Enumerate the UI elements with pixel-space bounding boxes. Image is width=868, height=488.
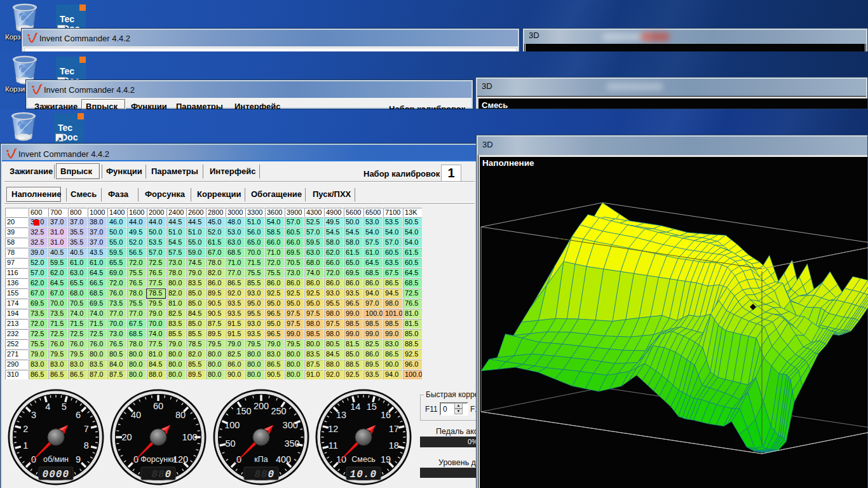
- svg-text:Форсунки: Форсунки: [140, 455, 175, 464]
- svg-text:об/мин: об/мин: [43, 455, 69, 464]
- svg-text:5: 5: [62, 402, 67, 412]
- svg-text:12: 12: [328, 424, 338, 434]
- svg-text:4: 4: [45, 402, 50, 412]
- svg-text:300: 300: [283, 420, 298, 430]
- svg-text:0: 0: [268, 469, 275, 480]
- svg-text:14: 14: [350, 402, 360, 412]
- svg-text:2: 2: [23, 424, 28, 434]
- svg-text:9: 9: [76, 454, 81, 464]
- svg-text:0: 0: [165, 469, 172, 480]
- svg-text:13: 13: [336, 410, 346, 420]
- svg-text:19: 19: [381, 454, 391, 464]
- svg-text:100: 100: [224, 420, 240, 430]
- svg-text:8: 8: [84, 440, 89, 451]
- svg-text:100: 100: [182, 432, 197, 442]
- svg-text:1: 1: [23, 440, 28, 451]
- svg-text:50: 50: [225, 438, 235, 449]
- svg-text:3: 3: [31, 410, 36, 420]
- svg-text:40: 40: [131, 410, 141, 420]
- svg-text:400: 400: [276, 454, 291, 464]
- svg-text:10.0: 10.0: [350, 469, 377, 480]
- svg-text:200: 200: [254, 401, 269, 411]
- svg-text:20: 20: [121, 432, 132, 442]
- svg-text:Смесь: Смесь: [351, 455, 375, 464]
- svg-text:150: 150: [236, 406, 251, 416]
- svg-text:60: 60: [153, 401, 163, 411]
- svg-text:16: 16: [381, 410, 391, 420]
- svg-text:7: 7: [84, 424, 89, 434]
- svg-text:80: 80: [175, 410, 186, 420]
- svg-text:6: 6: [76, 410, 81, 420]
- svg-text:350: 350: [284, 438, 299, 449]
- svg-text:0000: 0000: [43, 469, 69, 480]
- svg-text:250: 250: [271, 406, 286, 416]
- svg-text:кПа: кПа: [254, 455, 268, 464]
- svg-text:18: 18: [389, 440, 399, 451]
- svg-text:15: 15: [367, 402, 377, 412]
- svg-text:17: 17: [389, 424, 399, 434]
- svg-text:11: 11: [329, 440, 338, 451]
